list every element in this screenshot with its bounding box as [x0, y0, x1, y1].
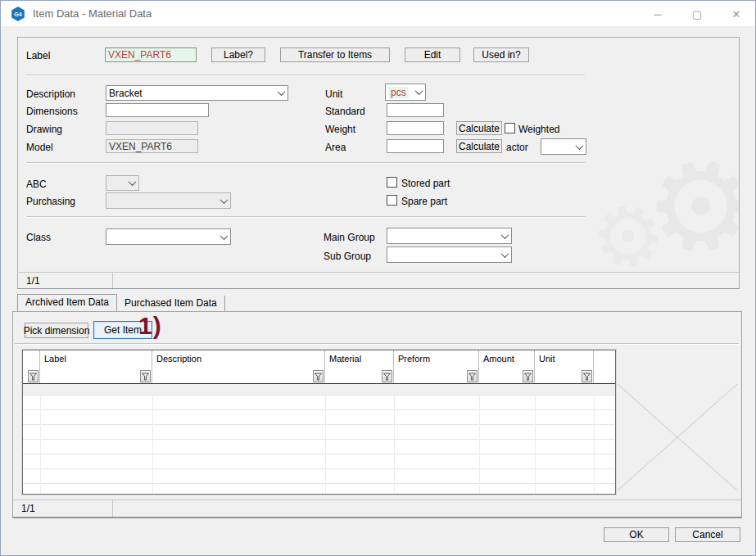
- separator: [26, 216, 585, 217]
- sub-group-combobox[interactable]: [387, 246, 512, 263]
- table-pager: 1/1: [13, 499, 741, 517]
- model-label: Model: [26, 142, 53, 153]
- table-pager-text: 1/1: [21, 503, 35, 514]
- title-bar: G4 Item Data - Material Data ─ ▢ ✕: [1, 1, 755, 27]
- column-unit[interactable]: Unit: [535, 350, 594, 383]
- row-selector-column: [23, 350, 40, 383]
- minimize-icon[interactable]: ─: [650, 8, 665, 20]
- stored-part-label: Stored part: [401, 178, 450, 189]
- record-pager: 1/1: [18, 272, 739, 288]
- filter-funnel-icon[interactable]: [467, 370, 478, 382]
- gear-watermark-icon: ⚙: [626, 122, 740, 289]
- description-combobox[interactable]: Bracket: [106, 85, 288, 101]
- label-field-label: Label: [26, 50, 50, 61]
- filter-funnel-icon[interactable]: [582, 370, 592, 382]
- description-label: Description: [26, 88, 75, 100]
- standard-label: Standard: [325, 106, 365, 117]
- description-value: Bracket: [109, 88, 274, 99]
- archived-items-table[interactable]: Label Description Material Preform Amoun…: [22, 350, 616, 495]
- g4-app-icon: G4: [11, 7, 25, 21]
- cancel-button[interactable]: Cancel: [675, 527, 740, 542]
- chevron-down-icon[interactable]: [498, 247, 511, 262]
- standard-input[interactable]: [387, 103, 444, 117]
- svg-text:G4: G4: [14, 11, 21, 17]
- used-in-button[interactable]: Used in?: [473, 47, 529, 62]
- unit-value: pcs: [388, 87, 409, 98]
- factor-combobox[interactable]: [541, 138, 586, 155]
- class-combobox[interactable]: [106, 228, 231, 245]
- table-body-empty[interactable]: [23, 384, 615, 494]
- column-material[interactable]: Material: [325, 350, 394, 383]
- filter-funnel-icon[interactable]: [523, 370, 533, 382]
- weighted-label: Weighted: [518, 124, 559, 135]
- item-data-panel: ⚙ ⚙ Label Label? Transfer to Items Edit …: [17, 37, 740, 289]
- weight-input[interactable]: [387, 121, 444, 135]
- filter-funnel-icon[interactable]: [313, 370, 324, 382]
- chevron-down-icon[interactable]: [573, 139, 586, 154]
- purchasing-label: Purchasing: [26, 196, 75, 207]
- dialog-item-data: G4 Item Data - Material Data ─ ▢ ✕ ⚙ ⚙ L…: [0, 0, 756, 556]
- column-filler: [594, 350, 615, 383]
- filter-funnel-icon[interactable]: [140, 370, 151, 382]
- label-input[interactable]: [105, 47, 197, 62]
- sub-group-label: Sub Group: [324, 251, 371, 262]
- calculate-area-button[interactable]: Calculate: [456, 139, 502, 153]
- dimensions-input[interactable]: [106, 103, 209, 117]
- filter-funnel-icon[interactable]: [382, 370, 392, 382]
- chevron-down-icon[interactable]: [412, 84, 425, 100]
- area-label: Area: [325, 142, 346, 153]
- main-group-label: Main Group: [324, 232, 375, 243]
- chevron-down-icon[interactable]: [498, 228, 511, 243]
- pick-dimension-button[interactable]: Pick dimension: [25, 323, 88, 338]
- spare-part-checkbox[interactable]: [387, 195, 397, 206]
- pager-divider: [112, 273, 113, 288]
- column-preform[interactable]: Preform: [394, 350, 479, 383]
- unit-label: Unit: [325, 88, 342, 100]
- abc-combobox: [106, 175, 139, 191]
- tab-purchased-item-data[interactable]: Purchased Item Data: [117, 296, 225, 311]
- chevron-down-icon: [125, 176, 138, 190]
- unit-combobox[interactable]: pcs: [385, 84, 426, 101]
- purchasing-combobox: [106, 192, 231, 209]
- archived-item-data-panel: Pick dimension Get Item 1) Label Descrip…: [12, 311, 742, 518]
- chevron-down-icon: [217, 193, 230, 208]
- dimensions-label: Dimensions: [26, 106, 78, 117]
- tab-strip: Archived Item Data Purchased Item Data: [17, 296, 225, 311]
- weight-label: Weight: [325, 124, 355, 135]
- drawing-label: Drawing: [26, 124, 62, 135]
- chevron-down-icon[interactable]: [217, 229, 230, 244]
- factor-label: actor: [506, 142, 528, 153]
- tab-archived-item-data[interactable]: Archived Item Data: [17, 294, 117, 311]
- abc-label: ABC: [26, 179, 47, 190]
- empty-area-x-placeholder: [618, 384, 737, 490]
- edit-button[interactable]: Edit: [405, 47, 460, 62]
- separator: [26, 162, 585, 163]
- calculate-weight-button[interactable]: Calculate: [456, 121, 502, 135]
- column-amount[interactable]: Amount: [479, 350, 535, 383]
- stored-part-checkbox[interactable]: [387, 177, 397, 188]
- table-new-row[interactable]: [23, 384, 615, 396]
- main-group-combobox[interactable]: [387, 228, 512, 244]
- model-input: [106, 139, 198, 153]
- weighted-checkbox[interactable]: [505, 123, 515, 133]
- close-icon[interactable]: ✕: [729, 8, 744, 20]
- chevron-down-icon[interactable]: [274, 86, 287, 100]
- maximize-icon[interactable]: ▢: [690, 8, 704, 20]
- table-rows[interactable]: [23, 396, 615, 494]
- transfer-to-items-button[interactable]: Transfer to Items: [280, 47, 390, 62]
- record-pager-text: 1/1: [26, 275, 40, 287]
- annotation-1: 1): [138, 312, 162, 340]
- area-input[interactable]: [387, 139, 444, 153]
- filter-funnel-icon[interactable]: [28, 370, 38, 382]
- ok-button[interactable]: OK: [604, 527, 669, 542]
- separator: [15, 343, 739, 344]
- label-question-button[interactable]: Label?: [211, 47, 265, 62]
- window-title: Item Data - Material Data: [33, 7, 152, 20]
- spare-part-label: Spare part: [401, 196, 447, 207]
- column-label[interactable]: Label: [40, 350, 152, 383]
- table-header: Label Description Material Preform Amoun…: [23, 350, 615, 384]
- class-label: Class: [26, 232, 51, 243]
- pager-divider: [112, 500, 113, 517]
- separator: [26, 75, 585, 75]
- column-description[interactable]: Description: [152, 350, 325, 383]
